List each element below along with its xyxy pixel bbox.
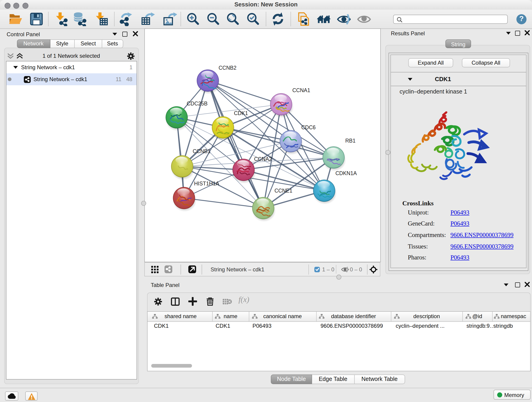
- svg-text:CCNB1: CCNB1: [192, 148, 210, 154]
- svg-text:HIST1H1A: HIST1H1A: [194, 181, 219, 186]
- svg-text:RB1: RB1: [345, 138, 355, 144]
- svg-text:CDKN1A: CDKN1A: [335, 170, 357, 176]
- svg-text:CDK1: CDK1: [234, 110, 248, 116]
- svg-text:CCNA1: CCNA1: [292, 87, 310, 93]
- svg-text:CCNA2: CCNA2: [254, 156, 272, 162]
- svg-text:CDC6: CDC6: [301, 124, 316, 130]
- svg-text:CCNB2: CCNB2: [218, 65, 236, 71]
- svg-text:CCNE1: CCNE1: [274, 188, 292, 194]
- svg-text:CDC25B: CDC25B: [186, 101, 207, 107]
